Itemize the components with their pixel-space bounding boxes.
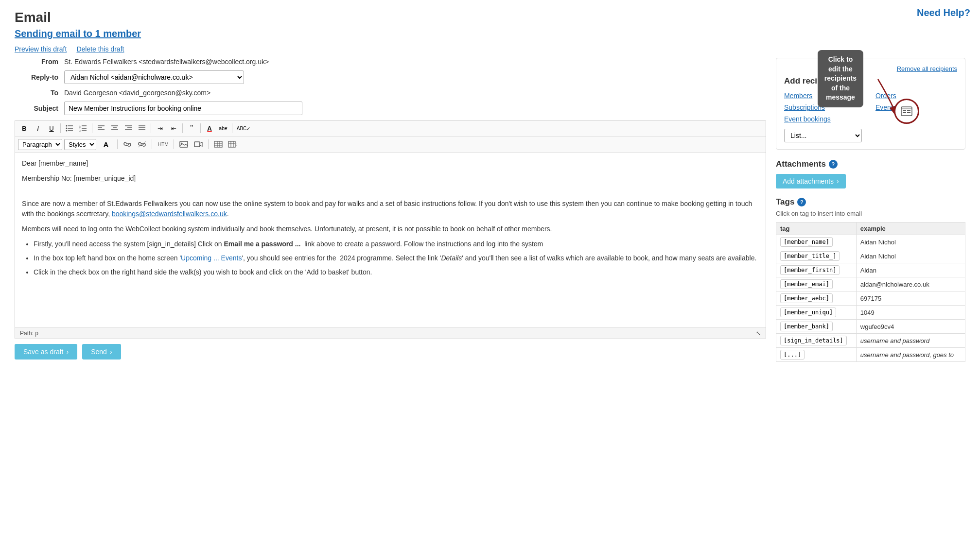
delete-draft-link[interactable]: Delete this draft — [76, 45, 124, 53]
orders-link[interactable]: Orders — [875, 92, 957, 100]
toolbar-row2: Paragraph Styles A HTML — [15, 137, 766, 153]
tags-hint: Click on tag to insert into email — [776, 210, 965, 217]
italic-button[interactable]: I — [32, 122, 44, 134]
attachments-title: Attachments ? — [776, 159, 838, 169]
sending-label[interactable]: Sending email to 1 member — [15, 28, 141, 39]
members-link[interactable]: Members — [784, 92, 866, 100]
help-link[interactable]: Need Help? — [917, 7, 970, 18]
svg-rect-5 — [907, 110, 910, 111]
tag-cell[interactable]: [member_title_] — [776, 249, 857, 263]
right-panel: Remove all recipients Add recipients fro… — [776, 58, 965, 362]
svg-text:3.: 3. — [79, 129, 81, 132]
paragraph-select[interactable]: Paragraph — [18, 139, 62, 150]
table-button[interactable] — [212, 138, 225, 150]
svg-point-11 — [66, 128, 68, 129]
unlink-button[interactable] — [136, 138, 148, 150]
styles-select[interactable]: Styles — [64, 139, 96, 150]
recipient-edit-icon[interactable] — [894, 99, 919, 124]
reply-to-select[interactable]: Aidan Nichol <aidan@nicholware.co.uk> — [64, 70, 244, 84]
event-bookings-link[interactable]: Event bookings — [784, 115, 866, 123]
tag-cell[interactable]: [member_webc] — [776, 291, 857, 306]
tag-row: [member_webc]697175 — [776, 291, 965, 306]
attachments-help-badge[interactable]: ? — [829, 160, 838, 169]
spellcheck-button[interactable]: ABC✓ — [235, 122, 252, 134]
example-cell: username and password — [856, 334, 965, 348]
blockquote-button[interactable]: " — [185, 122, 198, 134]
tag-row: [member_uniqu]1049 — [776, 306, 965, 320]
align-left-button[interactable] — [95, 122, 107, 134]
tag-button[interactable]: [sign_in_details] — [780, 336, 847, 345]
to-value: David Georgeson <david_georgeson@sky.com… — [64, 89, 210, 97]
tag-button[interactable]: [member_emai] — [780, 279, 833, 289]
separator1 — [60, 123, 61, 133]
tag-button[interactable]: [member_name] — [780, 237, 833, 247]
tag-button[interactable]: [member_webc] — [780, 293, 833, 303]
resize-handle[interactable]: ⤡ — [756, 330, 761, 337]
tag-button[interactable]: [member_title_] — [780, 251, 840, 261]
edit-html-button[interactable]: HTML — [156, 138, 170, 150]
editor-path: Path: p ⤡ — [15, 327, 766, 339]
tag-cell[interactable]: [member_uniqu] — [776, 306, 857, 320]
separator3 — [151, 123, 151, 133]
tags-help-badge[interactable]: ? — [797, 198, 806, 206]
tag-cell[interactable]: [...] — [776, 348, 857, 362]
font-size-button[interactable]: A — [98, 138, 114, 150]
underline-button[interactable]: U — [45, 122, 58, 134]
ordered-list-button[interactable]: 1.2.3. — [77, 122, 89, 134]
from-label: From — [15, 58, 58, 66]
align-right-button[interactable] — [122, 122, 135, 134]
example-cell: wgufeo9cv4 — [856, 320, 965, 334]
font-color-button[interactable]: A — [203, 122, 216, 134]
preview-draft-link[interactable]: Preview this draft — [15, 45, 67, 53]
separator10 — [208, 139, 209, 149]
attachments-section: Attachments ? Add attachments › — [776, 159, 965, 188]
add-attachments-button[interactable]: Add attachments › — [776, 174, 846, 188]
tag-cell[interactable]: [member_bank] — [776, 320, 857, 334]
example-cell: username and password, goes to — [856, 348, 965, 362]
separator8 — [152, 139, 152, 149]
insert-image-button[interactable] — [177, 138, 190, 150]
table-props-button[interactable]: ↕ — [227, 138, 239, 150]
salutation: Dear [member_name] — [22, 158, 759, 169]
indent-more-button[interactable]: ⇥ — [154, 122, 166, 134]
insert-media-button[interactable] — [192, 138, 205, 150]
highlight-button[interactable]: ab▾ — [217, 122, 229, 134]
svg-rect-36 — [214, 141, 222, 147]
list-dropdown[interactable]: List... — [784, 129, 862, 142]
add-recipients-title: Add recipients from — [784, 76, 957, 86]
subject-input[interactable] — [64, 102, 302, 115]
subscriptions-link[interactable]: Subscriptions — [784, 103, 866, 111]
tag-button[interactable]: [member_bank] — [780, 322, 833, 331]
tag-row: [sign_in_details]username and password — [776, 334, 965, 348]
tag-button[interactable]: [member_uniqu] — [780, 308, 836, 317]
bullet-1: Firstly, you'll need access the system [… — [34, 239, 759, 249]
separator6 — [232, 123, 232, 133]
indent-less-button[interactable]: ⇤ — [167, 122, 180, 134]
editor-body[interactable]: Dear [member_name] Membership No: [membe… — [15, 153, 766, 327]
tag-button[interactable]: [member_firstn] — [780, 265, 840, 275]
tag-button[interactable]: [...] — [780, 350, 805, 360]
tag-row: [member_emai]aidan@nicholware.co.uk — [776, 277, 965, 291]
align-justify-button[interactable] — [136, 122, 148, 134]
align-center-button[interactable] — [108, 122, 121, 134]
booking-email-link[interactable]: bookings@stedwardsfellwalkers.co.uk — [112, 210, 227, 218]
save-draft-button[interactable]: Save as draft › — [15, 344, 77, 360]
tag-cell[interactable]: [sign_in_details] — [776, 334, 857, 348]
remove-all-link[interactable]: Remove all recipients — [784, 65, 957, 72]
tag-column-header: tag — [776, 223, 857, 235]
tag-cell[interactable]: [member_name] — [776, 235, 857, 249]
unordered-list-button[interactable] — [63, 122, 76, 134]
svg-rect-4 — [903, 112, 906, 113]
intro-paragraph: Since are now a member of St.Edwards Fel… — [22, 199, 759, 219]
recipients-grid: Members Orders Subscriptions Events Even… — [784, 92, 957, 123]
send-button[interactable]: Send › — [82, 344, 121, 360]
tag-cell[interactable]: [member_emai] — [776, 277, 857, 291]
bold-button[interactable]: B — [18, 122, 31, 134]
svg-rect-3 — [903, 110, 906, 111]
example-cell: aidan@nicholware.co.uk — [856, 277, 965, 291]
example-cell: 1049 — [856, 306, 965, 320]
link-button[interactable] — [121, 138, 134, 150]
to-label: To — [15, 89, 58, 97]
tag-cell[interactable]: [member_firstn] — [776, 263, 857, 277]
svg-text:↕: ↕ — [236, 142, 238, 147]
